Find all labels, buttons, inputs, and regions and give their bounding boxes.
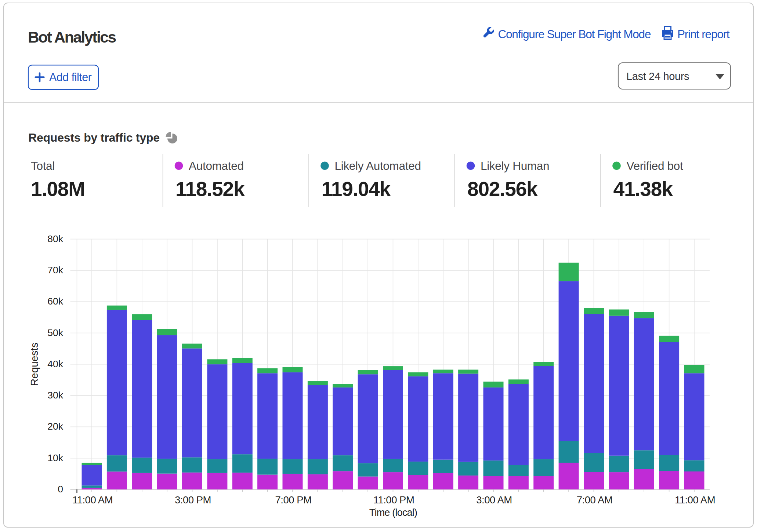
svg-text:Print report: Print report: [677, 28, 730, 41]
svg-text:802.56k: 802.56k: [467, 178, 538, 200]
svg-text:11:00 PM: 11:00 PM: [373, 494, 414, 506]
svg-text:7:00 PM: 7:00 PM: [275, 494, 312, 506]
svg-text:11:00 AM: 11:00 AM: [72, 494, 113, 506]
svg-text:3:00 AM: 3:00 AM: [476, 494, 512, 506]
svg-text:Requests: Requests: [29, 343, 40, 386]
svg-text:50k: 50k: [47, 327, 63, 338]
svg-text:119.04k: 119.04k: [322, 178, 391, 200]
svg-text:41.38k: 41.38k: [613, 178, 673, 200]
svg-text:40k: 40k: [47, 358, 63, 369]
svg-text:3:00 PM: 3:00 PM: [175, 494, 211, 506]
svg-text:Bot Analytics: Bot Analytics: [28, 29, 116, 46]
svg-text:11:00 AM: 11:00 AM: [675, 494, 715, 506]
svg-text:Likely Human: Likely Human: [481, 159, 549, 172]
svg-text:Likely Automated: Likely Automated: [335, 159, 421, 172]
svg-text:Automated: Automated: [189, 159, 244, 172]
svg-text:0: 0: [58, 484, 63, 495]
svg-text:80k: 80k: [47, 233, 63, 244]
svg-text:Add filter: Add filter: [49, 71, 92, 83]
svg-text:Verified bot: Verified bot: [627, 159, 684, 172]
svg-text:10k: 10k: [47, 452, 63, 463]
svg-text:60k: 60k: [47, 296, 63, 307]
svg-text:118.52k: 118.52k: [175, 178, 245, 200]
svg-text:7:00 AM: 7:00 AM: [577, 494, 612, 506]
svg-text:Total: Total: [31, 159, 55, 172]
svg-text:Time (local): Time (local): [369, 507, 417, 518]
svg-text:Configure Super Bot Fight Mode: Configure Super Bot Fight Mode: [498, 28, 651, 41]
svg-text:Requests by traffic type: Requests by traffic type: [28, 131, 160, 144]
svg-text:1.08M: 1.08M: [31, 178, 85, 200]
svg-text:20k: 20k: [47, 421, 63, 432]
svg-text:30k: 30k: [47, 390, 63, 401]
svg-text:70k: 70k: [47, 265, 63, 276]
svg-text:Last 24 hours: Last 24 hours: [626, 70, 689, 82]
